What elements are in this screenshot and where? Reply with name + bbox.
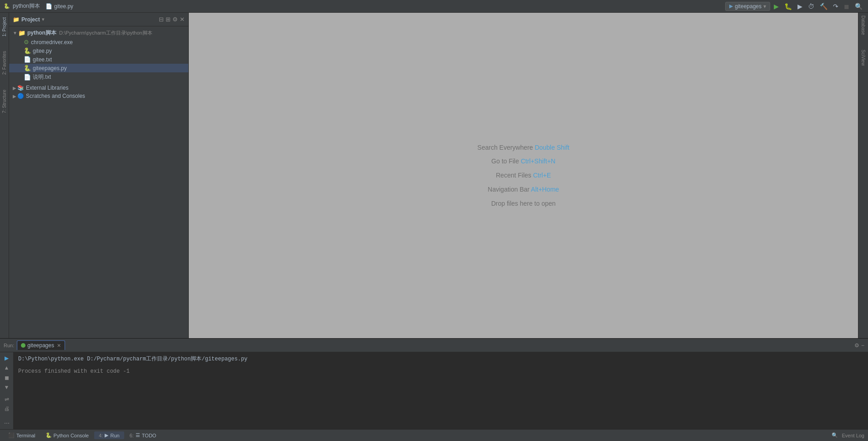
collapse-all-icon[interactable]: ⊟ [159,16,164,23]
expand-all-icon[interactable]: ⊞ [166,16,171,23]
run-minimize-icon[interactable]: − [861,342,864,349]
run-coverage-button[interactable]: ▶ [796,2,804,11]
editor-area: Search Everywhere Double Shift Go to Fil… [189,13,858,338]
exe-icon: ⚙ [24,39,29,46]
terminal-label: Terminal [16,433,35,438]
run-header-actions: ⚙ − [854,342,864,349]
tree-item-external-libs[interactable]: ▶ 📚 External Libraries [9,84,188,92]
left-panel-strip: 1: Project 2: Favorites 7: Structure [0,13,9,338]
file-giteepages-py: giteepages.py [33,65,67,71]
step-over-button[interactable]: ↷ [831,2,840,11]
root-path: D:\Pycharm\pycharm工作目录\python脚本 [59,30,152,36]
tree-item-giteepages-py[interactable]: 🐍 giteepages.py [9,64,188,72]
settings-icon[interactable]: ⚙ [172,16,178,23]
ext-libs-icon: 📚 [17,85,24,91]
build-button[interactable]: 🔨 [818,2,829,11]
run-output-line-3: Process finished with exit code -1 [18,367,863,376]
tree-item-gitee-txt[interactable]: 📄 gitee.txt [9,55,188,64]
todo-tab-num: 6: [130,433,134,438]
file-gitee-py: gitee.py [33,48,52,54]
root-name: python脚本 [27,29,56,37]
sidebar-item-sciview[interactable]: SciView [860,47,867,68]
sidebar-item-project[interactable]: 1: Project [0,15,8,39]
editor-hints: Search Everywhere Double Shift Go to Fil… [477,141,569,211]
file-shuoming-txt: 说明.txt [33,73,51,81]
profile-button[interactable]: ⏱ [806,2,816,11]
stop-button[interactable]: ◼ [842,2,851,11]
file-chromedriver: chromedriver.exe [31,39,73,46]
run-label: Run: [4,343,14,348]
project-title: 📁 Project ▾ [13,16,156,23]
run-config-name: giteepages [735,3,762,10]
tree-item-chromedriver[interactable]: ⚙ chromedriver.exe [9,38,188,46]
scratches-icon: 🔵 [17,93,24,99]
file-tab-label: gitee.py [54,3,73,10]
tree-item-gitee-py[interactable]: 🐍 gitee.py [9,46,188,55]
run-soft-wrap-button[interactable]: ⇌ [2,395,12,403]
search-everywhere-button[interactable]: 🔍 [853,2,864,11]
run-side-toolbar: ▶ ▲ ◼ ▼ ⇌ 🖨 ⋯ [0,352,14,429]
config-dropdown-icon[interactable]: ▾ [763,3,766,10]
panel-actions: ⊟ ⊞ ⚙ ✕ [159,16,185,23]
tab-terminal[interactable]: ⬛ Terminal [4,431,40,439]
run-play-button[interactable]: ▶ [2,354,12,362]
bottom-right: 🔍 Event Log [832,432,864,438]
tab-run[interactable]: 4: ▶ Run [94,431,124,439]
run-print-button[interactable]: 🖨 [2,405,12,413]
tab-todo[interactable]: 6: ☰ TODO [125,431,161,439]
python-console-label: Python Console [54,433,89,438]
scratches-expand[interactable]: ▶ [13,94,16,99]
scratches-label: Scratches and Consoles [26,93,85,99]
run-tab-close-icon[interactable]: ✕ [57,343,61,349]
run-settings-icon[interactable]: ⚙ [854,342,859,349]
dropdown-icon[interactable]: ▾ [42,17,44,22]
run-panel-header: Run: giteepages ✕ ⚙ − [0,339,868,352]
close-panel-icon[interactable]: ✕ [180,16,185,23]
project-panel: 📁 Project ▾ ⊟ ⊞ ⚙ ✕ ▼ 📁 python脚本 D:\Pych… [9,13,189,338]
sidebar-item-favorites[interactable]: 2: Favorites [0,48,8,77]
run-tab-icon: ▶ [105,432,108,438]
hint-navigation-bar: Navigation Bar Alt+Home [477,182,569,197]
run-output-line-1: D:\Python\python.exe D:/Pycharm/pycharm工… [18,355,863,364]
bottom-panel: Run: giteepages ✕ ⚙ − ▶ ▲ ◼ ▼ ⇌ 🖨 ⋯ D:\P… [0,338,868,429]
event-log-label[interactable]: Event Log [842,433,864,438]
py-icon-2: 🐍 [24,65,31,71]
file-tab[interactable]: 📄 gitee.py [45,3,73,10]
run-tab-giteepages[interactable]: giteepages ✕ [17,340,65,350]
ext-libs-expand[interactable]: ▶ [13,86,16,91]
debug-button[interactable]: 🐛 [782,2,794,11]
root-folder-icon: 📁 [18,30,25,36]
txt-icon-2: 📄 [24,74,31,81]
tab-python-console[interactable]: 🐍 Python Console [41,431,94,439]
todo-tab-icon: ☰ [136,432,140,438]
run-more-button[interactable]: ⋯ [2,419,12,427]
run-config-selector[interactable]: ▶ giteepages ▾ [725,2,770,11]
file-tree: ▼ 📁 python脚本 D:\Pycharm\pycharm工作目录\pyth… [9,26,188,338]
run-scroll-up-button[interactable]: ▲ [2,364,12,372]
run-tab-icon [21,343,25,348]
tree-item-shuoming-txt[interactable]: 📄 说明.txt [9,72,188,82]
right-strip: Database SciView [858,13,868,338]
run-scroll-down-button[interactable]: ▼ [2,384,12,392]
run-stop-button[interactable]: ◼ [2,374,12,382]
hint-goto-file: Go to File Ctrl+Shift+N [477,154,569,168]
py-icon-1: 🐍 [24,47,31,54]
tree-root[interactable]: ▼ 📁 python脚本 D:\Pycharm\pycharm工作目录\pyth… [9,28,188,38]
sidebar-item-database[interactable]: Database [860,13,867,38]
python-tab[interactable]: 🐍 [4,3,10,9]
title-tabs: 🐍 python脚本 📄 gitee.py [4,2,73,10]
project-tab-label[interactable]: python脚本 [13,2,40,10]
run-tab-num: 4: [99,433,103,438]
tree-item-scratches[interactable]: ▶ 🔵 Scratches and Consoles [9,92,188,100]
run-tab-label: Run [110,433,119,438]
hint-search-everywhere: Search Everywhere Double Shift [477,141,569,155]
event-log-search-icon: 🔍 [832,432,838,438]
file-gitee-txt: gitee.txt [33,56,52,63]
main-area: 1: Project 2: Favorites 7: Structure 📁 P… [0,13,868,338]
root-expand-arrow[interactable]: ▼ [13,30,17,35]
run-output: D:\Python\python.exe D:/Pycharm/pycharm工… [14,352,868,429]
sidebar-item-structure[interactable]: 7: Structure [0,87,8,116]
run-button[interactable]: ▶ [772,2,781,11]
run-tab-name: giteepages [27,342,54,349]
external-libraries-label: External Libraries [26,85,68,91]
